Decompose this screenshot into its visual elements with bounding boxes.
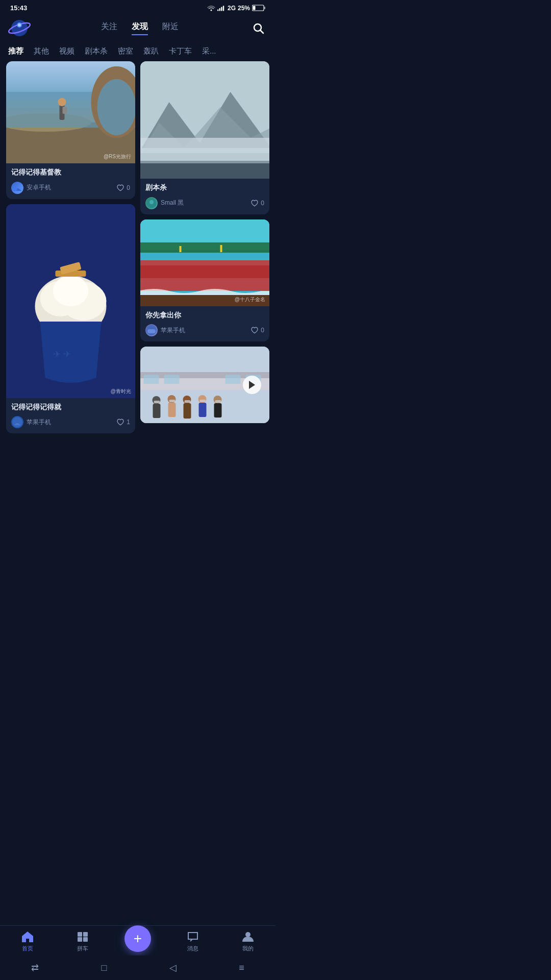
watermark-3: @青时光 <box>111 388 131 395</box>
author-name-4: 苹果手机 <box>161 326 185 335</box>
battery-icon <box>252 5 265 11</box>
card-mountain-body: 剧本杀 Small 黑 0 <box>140 179 269 214</box>
avatar-3 <box>11 416 23 428</box>
svg-rect-46 <box>140 265 269 278</box>
right-column: 剧本杀 Small 黑 0 <box>140 61 269 433</box>
like-count-3: 1 <box>127 419 130 426</box>
card-sea[interactable]: @十八子金名 你先拿出你 苹果手机 0 <box>140 219 269 342</box>
card-mountain-image <box>140 61 269 179</box>
svg-rect-21 <box>63 107 67 114</box>
svg-rect-7 <box>253 6 256 10</box>
status-right: 2G 25% <box>207 5 265 12</box>
card-beach-title: 记得记得基督教 <box>11 167 130 178</box>
author-name-3: 苹果手机 <box>27 418 51 427</box>
svg-rect-42 <box>140 242 269 253</box>
svg-rect-70 <box>185 400 191 403</box>
watermark-1: @RS光旅行 <box>104 153 131 160</box>
card-sea-body: 你先拿出你 苹果手机 0 <box>140 306 269 342</box>
author-name-1: 安卓手机 <box>27 183 51 192</box>
app-logo[interactable] <box>8 17 31 39</box>
svg-rect-54 <box>144 375 159 384</box>
svg-rect-61 <box>168 403 176 417</box>
status-time: 15:43 <box>10 4 27 12</box>
card-mountain[interactable]: 剧本杀 Small 黑 0 <box>140 61 269 214</box>
card-beach-body: 记得记得基督教 安卓手机 0 <box>6 163 135 199</box>
card-beach-author: 安卓手机 <box>11 182 51 194</box>
svg-rect-6 <box>264 7 265 9</box>
card-beach-image: @RS光旅行 <box>6 61 135 163</box>
play-button[interactable] <box>243 376 261 394</box>
wifi-icon <box>207 5 215 11</box>
svg-rect-68 <box>154 401 160 403</box>
like-btn-1[interactable]: 0 <box>116 184 130 191</box>
svg-rect-4 <box>223 6 224 11</box>
svg-rect-55 <box>164 375 180 384</box>
cat-escape[interactable]: 密室 <box>118 46 133 56</box>
like-count-1: 0 <box>127 184 130 191</box>
svg-rect-71 <box>200 400 206 402</box>
svg-rect-44 <box>220 245 222 252</box>
tab-nearby[interactable]: 附近 <box>162 21 179 35</box>
svg-point-27 <box>53 276 89 306</box>
category-tabs: 推荐 其他 视频 剧本杀 密室 轰趴 卡丁车 采... <box>0 44 276 61</box>
svg-rect-72 <box>215 400 221 403</box>
tab-discover[interactable]: 发现 <box>132 21 148 35</box>
card-beach-footer: 安卓手机 0 <box>11 182 130 194</box>
content-grid: @RS光旅行 记得记得基督教 安卓手机 0 <box>0 61 276 433</box>
card-beach[interactable]: @RS光旅行 记得记得基督教 安卓手机 0 <box>6 61 135 199</box>
svg-point-18 <box>97 79 136 135</box>
svg-rect-59 <box>153 404 161 418</box>
top-nav: 关注 发现 附近 <box>0 14 276 44</box>
cat-more[interactable]: 采... <box>202 46 216 56</box>
svg-rect-65 <box>199 403 207 417</box>
like-btn-4[interactable]: 0 <box>251 327 264 334</box>
tab-follow[interactable]: 关注 <box>101 21 117 35</box>
signal-type: 2G <box>228 5 236 12</box>
status-bar: 15:43 2G 25% <box>0 0 276 14</box>
svg-point-8 <box>11 20 28 36</box>
svg-text:✈ ✈: ✈ ✈ <box>53 349 71 359</box>
left-column: @RS光旅行 记得记得基督教 安卓手机 0 <box>6 61 135 433</box>
svg-rect-67 <box>214 403 222 418</box>
svg-rect-37 <box>140 163 269 179</box>
card-icecream[interactable]: ✈ ✈ @青时光 记得记得记得就 苹果手机 <box>6 204 135 434</box>
cat-script[interactable]: 剧本杀 <box>85 46 108 56</box>
author-name-2: Small 黑 <box>161 199 184 207</box>
like-btn-2[interactable]: 0 <box>251 200 264 207</box>
like-count-2: 0 <box>261 200 264 207</box>
search-button[interactable] <box>249 19 267 37</box>
svg-marker-73 <box>249 381 255 389</box>
avatar-2 <box>145 197 158 209</box>
cat-video[interactable]: 视频 <box>59 46 74 56</box>
svg-point-20 <box>58 98 66 106</box>
card-train[interactable] <box>140 347 269 423</box>
card-mountain-footer: Small 黑 0 <box>145 197 264 209</box>
card-sea-title: 你先拿出你 <box>145 310 264 321</box>
watermark-4: @十八子金名 <box>235 296 265 303</box>
svg-rect-3 <box>221 7 222 11</box>
card-icecream-author: 苹果手机 <box>11 416 51 428</box>
cat-kart[interactable]: 卡丁车 <box>169 46 192 56</box>
cat-other[interactable]: 其他 <box>34 46 49 56</box>
svg-point-0 <box>210 9 212 11</box>
cat-recommend[interactable]: 推荐 <box>8 46 23 56</box>
nav-tabs: 关注 发现 附近 <box>35 21 245 35</box>
svg-line-13 <box>261 31 264 34</box>
card-sea-image: @十八子金名 <box>140 219 269 306</box>
svg-rect-63 <box>184 403 191 419</box>
svg-rect-56 <box>226 375 241 384</box>
svg-point-22 <box>13 187 17 191</box>
card-sea-footer: 苹果手机 0 <box>145 324 264 336</box>
card-icecream-image: ✈ ✈ @青时光 <box>6 204 135 398</box>
svg-point-39 <box>149 200 154 204</box>
battery-pct: 25% <box>238 5 250 12</box>
svg-point-11 <box>18 23 21 27</box>
card-mountain-title: 剧本杀 <box>145 183 264 193</box>
card-icecream-body: 记得记得记得就 苹果手机 1 <box>6 398 135 434</box>
cat-party[interactable]: 轰趴 <box>143 46 159 56</box>
svg-rect-69 <box>169 400 176 402</box>
like-btn-3[interactable]: 1 <box>116 419 130 426</box>
svg-rect-43 <box>180 246 182 252</box>
like-count-4: 0 <box>261 327 264 334</box>
svg-point-31 <box>12 417 22 427</box>
